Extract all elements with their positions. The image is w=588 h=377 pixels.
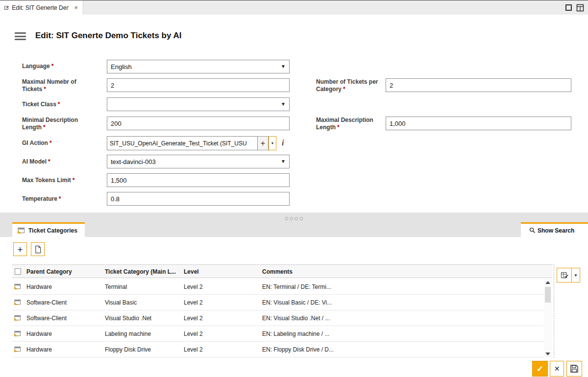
tickets-per-category-input[interactable]: [386, 78, 571, 92]
label-temperature: Temperature*: [22, 195, 101, 203]
cell-level: Level 2: [184, 330, 203, 337]
label-language: Language*: [22, 63, 101, 70]
column-header-ticket-category[interactable]: Ticket Category (Main L...: [105, 268, 176, 275]
add-row-button[interactable]: +: [13, 242, 27, 256]
scrollbar-thumb[interactable]: [545, 287, 551, 303]
chevron-down-icon: ▼: [281, 159, 286, 164]
language-select-value: English: [111, 63, 132, 71]
save-icon: [570, 364, 579, 373]
new-document-button[interactable]: [31, 242, 45, 256]
table-header: Parent Category Ticket Category (Main L.…: [12, 264, 553, 278]
label-ticket-class: Ticket Class*: [22, 101, 101, 108]
label-maximal-number-of-tickets: Maximal Numebr of Tickets*: [22, 78, 101, 93]
cell-parent-category: Hardware: [26, 330, 52, 337]
cell-comments: EN: Visual Studio .Net / ...: [262, 315, 330, 322]
cell-ticket-category: Visual Studio .Net: [105, 315, 151, 322]
tab-ticket-categories-label: Ticket Categories: [28, 227, 77, 234]
cell-level: Level 2: [184, 283, 203, 290]
language-select[interactable]: English ▼: [107, 60, 290, 73]
pager-dot[interactable]: [290, 217, 294, 220]
table-row[interactable]: Hardware Terminal Level 2 EN: Terminal /…: [12, 279, 544, 295]
info-icon[interactable]: i: [282, 139, 284, 147]
category-icon: [14, 315, 21, 321]
label-max-tokens-limit: Max Tokens Limit*: [22, 177, 101, 184]
app-tab[interactable]: Edit: SIT Generte Demo Tick... ×: [0, 0, 83, 15]
category-icon: [14, 299, 21, 306]
temperature-input[interactable]: [107, 192, 290, 206]
cell-level: Level 2: [184, 299, 203, 306]
vertical-scrollbar[interactable]: [544, 279, 552, 357]
chevron-down-icon: ▼: [281, 64, 286, 69]
cell-parent-category: Hardware: [26, 346, 52, 353]
cell-comments: EN: Visual Basic / DE: Vi...: [262, 299, 332, 306]
cell-parent-category: Software-Client: [26, 299, 67, 306]
select-all-checkbox[interactable]: [15, 268, 21, 275]
new-document-icon: [34, 245, 42, 254]
category-icon: [14, 330, 21, 337]
show-search-label: Show Search: [538, 227, 574, 234]
cell-level: Level 2: [184, 315, 203, 322]
cell-comments: EN: Floppy Disk Drive / D...: [262, 346, 334, 353]
label-ai-model: AI Model*: [22, 158, 101, 165]
max-tokens-limit-input[interactable]: [107, 173, 290, 187]
maximal-number-of-tickets-input[interactable]: [107, 78, 290, 92]
label-gi-action: GI Action*: [22, 140, 101, 147]
cell-parent-category: Software-Client: [26, 315, 67, 322]
label-minimal-description-length: Minimal Description Length*: [22, 117, 101, 131]
cell-comments: EN: Labeling machine / ...: [262, 330, 329, 337]
gi-action-input[interactable]: [107, 136, 258, 150]
ai-model-select-value: text-davinci-003: [111, 158, 156, 165]
table-row[interactable]: Hardware Labeling machine Level 2 EN: La…: [12, 326, 544, 342]
table-row[interactable]: Software-Client Visual Basic Level 2 EN:…: [12, 295, 544, 310]
pager-dot[interactable]: [300, 217, 303, 220]
tab-title: Edit: SIT Generte Demo Tick...: [12, 4, 69, 11]
cell-ticket-category: Labeling machine: [105, 330, 151, 337]
scroll-down-icon[interactable]: [545, 353, 550, 355]
tab-close-icon[interactable]: ×: [74, 4, 78, 11]
table-row[interactable]: Software-Client Visual Studio .Net Level…: [12, 310, 544, 326]
category-icon: [14, 346, 21, 353]
column-header-comments[interactable]: Comments: [262, 268, 293, 275]
save-button[interactable]: [566, 361, 582, 377]
table-row[interactable]: Hardware Floppy Disk Drive Level 2 EN: F…: [12, 342, 544, 357]
chevron-down-icon: ▼: [572, 268, 580, 282]
chevron-down-icon: ▼: [281, 102, 286, 107]
show-search-button[interactable]: Show Search: [521, 222, 588, 237]
section-divider-band: [0, 212, 588, 237]
gi-action-field: + ▼: [107, 136, 276, 150]
column-settings-icon: [557, 268, 571, 282]
cell-ticket-category: Visual Basic: [105, 299, 137, 306]
cell-comments: EN: Terminal / DE: Termi...: [262, 283, 331, 290]
layout-icon[interactable]: [576, 4, 584, 12]
label-tickets-per-category: Number of Tickets per Category*: [316, 78, 390, 93]
gi-action-dropdown-icon[interactable]: ▼: [269, 136, 276, 150]
pager-dot[interactable]: [285, 217, 289, 220]
tab-ticket-categories[interactable]: Ticket Categories: [12, 222, 85, 237]
scroll-up-icon[interactable]: [545, 281, 550, 284]
column-options-button[interactable]: ▼: [557, 268, 580, 283]
column-header-parent-category[interactable]: Parent Category: [26, 268, 72, 275]
category-icon: [14, 283, 21, 290]
cell-ticket-category: Terminal: [105, 283, 127, 290]
pager-dot[interactable]: [295, 217, 298, 220]
cell-ticket-category: Floppy Disk Drive: [105, 346, 151, 353]
edit-icon: [4, 4, 9, 11]
maximal-description-length-input[interactable]: [386, 117, 571, 130]
pager-dots: [285, 217, 303, 220]
done-button[interactable]: ✓: [532, 361, 548, 377]
minimal-description-length-input[interactable]: [107, 117, 290, 130]
page-title: Edit: SIT Generte Demo Tickets by AI: [35, 31, 182, 41]
menu-icon[interactable]: [15, 32, 26, 40]
ticket-class-select[interactable]: ▼: [107, 97, 290, 111]
cancel-button[interactable]: ✕: [550, 361, 564, 377]
maximize-icon[interactable]: [565, 4, 572, 11]
ai-model-select[interactable]: text-davinci-003 ▼: [107, 155, 290, 168]
column-header-level[interactable]: Level: [184, 268, 199, 275]
cell-parent-category: Hardware: [26, 283, 52, 290]
search-icon: [529, 227, 536, 234]
category-icon: [17, 227, 25, 234]
cell-level: Level 2: [184, 346, 203, 353]
panel-divider: [554, 264, 554, 358]
window-controls: [565, 0, 588, 15]
add-reference-button[interactable]: +: [258, 136, 269, 150]
